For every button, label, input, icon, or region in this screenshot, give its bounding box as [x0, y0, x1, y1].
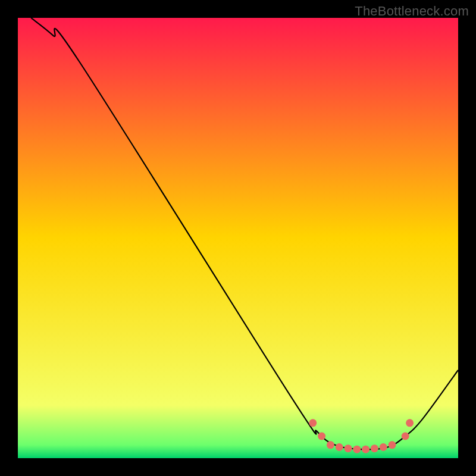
data-dot — [318, 433, 325, 440]
data-dot — [327, 441, 334, 449]
data-dot — [380, 443, 387, 451]
data-dot — [309, 419, 317, 427]
data-dot — [362, 446, 369, 453]
data-dot — [389, 441, 396, 449]
chart-svg — [18, 18, 458, 458]
data-dot — [345, 444, 352, 452]
data-dot — [353, 446, 361, 453]
data-dot — [371, 444, 378, 452]
chart-frame: TheBottleneck.com — [0, 0, 476, 476]
data-dot — [402, 433, 409, 440]
data-dot — [336, 443, 343, 451]
data-dot — [406, 419, 414, 427]
gradient-background — [18, 18, 458, 458]
watermark-text: TheBottleneck.com — [355, 4, 469, 19]
plot-area — [18, 18, 458, 458]
